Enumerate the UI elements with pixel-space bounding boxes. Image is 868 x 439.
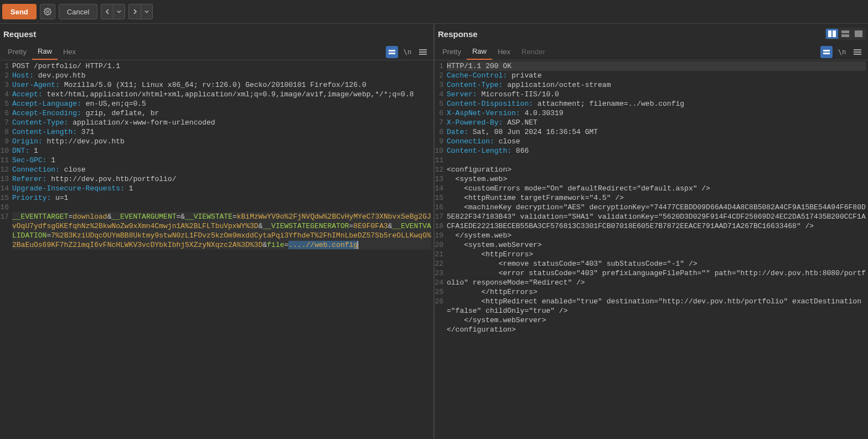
svg-rect-9 xyxy=(841,34,849,37)
layout-single[interactable] xyxy=(852,29,865,39)
menu-button[interactable] xyxy=(851,46,864,58)
settings-button[interactable] xyxy=(40,4,55,19)
history-forward-button[interactable] xyxy=(128,4,141,19)
tab-raw[interactable]: Raw xyxy=(32,44,58,60)
response-gutter: 1234567891011121314151617181920212223242… xyxy=(435,60,445,439)
history-back-dropdown[interactable] xyxy=(113,4,125,19)
hamburger-icon xyxy=(854,49,861,55)
svg-rect-6 xyxy=(828,30,831,37)
response-tabs: Pretty Raw Hex Render \n xyxy=(435,44,868,60)
svg-point-0 xyxy=(46,11,49,13)
newline-toggle[interactable]: \n xyxy=(401,46,414,58)
svg-rect-13 xyxy=(854,49,861,50)
svg-rect-2 xyxy=(389,53,395,54)
chevron-left-icon xyxy=(105,9,110,14)
square-icon xyxy=(855,30,862,37)
svg-rect-12 xyxy=(823,53,830,54)
svg-rect-7 xyxy=(833,30,836,37)
request-code[interactable]: POST /portfolio/ HTTP/1.1Host: dev.pov.h… xyxy=(10,60,433,439)
tab-pretty[interactable]: Pretty xyxy=(2,44,32,59)
actions-button[interactable] xyxy=(386,46,398,58)
tab-raw[interactable]: Raw xyxy=(467,44,492,60)
response-title: Response xyxy=(437,29,478,39)
request-title: Request xyxy=(2,29,36,39)
request-tabs: Pretty Raw Hex \n xyxy=(0,44,433,60)
svg-rect-5 xyxy=(419,54,427,55)
svg-rect-10 xyxy=(855,30,862,37)
history-back-group xyxy=(101,4,125,19)
menu-button[interactable] xyxy=(417,46,429,58)
chevron-down-icon xyxy=(144,9,149,14)
svg-rect-8 xyxy=(841,30,849,33)
layout-toggles xyxy=(825,28,866,40)
gear-icon xyxy=(44,8,51,16)
equals-icon xyxy=(823,49,830,55)
hamburger-icon xyxy=(419,49,427,55)
request-pane: Request Pretty Raw Hex \n 12345678910111… xyxy=(0,23,435,439)
response-pane: Response Pretty Raw Hex Render \n 123456… xyxy=(435,23,868,439)
actions-button[interactable] xyxy=(820,46,833,58)
chevron-right-icon xyxy=(132,9,138,14)
columns-icon xyxy=(828,30,836,37)
history-back-button[interactable] xyxy=(101,4,113,19)
svg-rect-11 xyxy=(823,50,830,51)
request-editor[interactable]: 1234567891011121314151617 POST /portfoli… xyxy=(0,60,433,439)
chevron-down-icon xyxy=(117,9,121,14)
cancel-button[interactable]: Cancel xyxy=(59,4,97,19)
equals-icon xyxy=(388,49,396,55)
send-button[interactable]: Send xyxy=(2,4,37,19)
svg-rect-15 xyxy=(854,54,861,55)
svg-rect-4 xyxy=(419,51,427,53)
layout-columns[interactable] xyxy=(826,29,838,39)
svg-rect-1 xyxy=(389,50,395,51)
svg-rect-3 xyxy=(419,49,427,50)
toolbar: Send Cancel xyxy=(0,0,868,23)
tab-hex[interactable]: Hex xyxy=(492,44,516,59)
response-code[interactable]: HTTP/1.1 200 OKCache-Control: privateCon… xyxy=(445,60,868,439)
tab-hex[interactable]: Hex xyxy=(58,44,81,59)
newline-toggle[interactable]: \n xyxy=(836,46,848,58)
layout-rows[interactable] xyxy=(839,29,851,39)
svg-rect-14 xyxy=(854,51,861,53)
history-forward-dropdown[interactable] xyxy=(141,4,153,19)
response-editor[interactable]: 1234567891011121314151617181920212223242… xyxy=(435,60,868,439)
history-forward-group xyxy=(128,4,153,19)
rows-icon xyxy=(841,30,849,37)
tab-pretty[interactable]: Pretty xyxy=(437,44,467,59)
request-gutter: 1234567891011121314151617 xyxy=(0,60,10,439)
tab-render[interactable]: Render xyxy=(516,44,551,59)
